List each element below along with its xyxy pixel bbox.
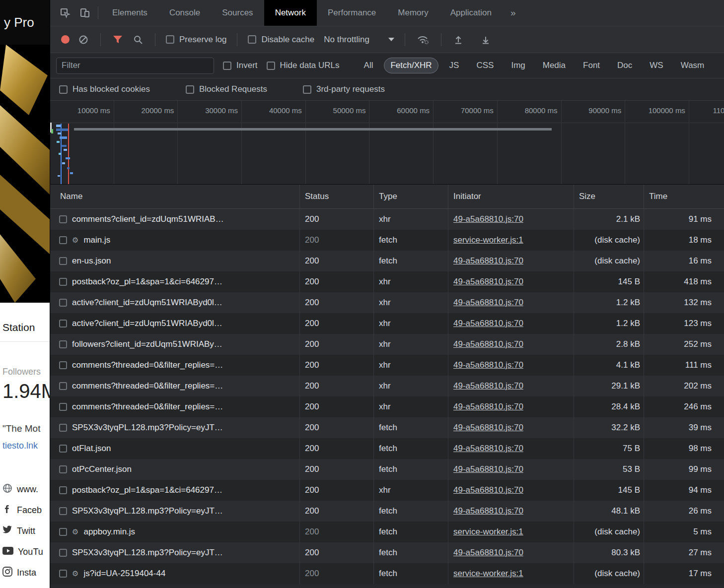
- inspect-icon[interactable]: [55, 0, 75, 26]
- preserve-log-checkbox[interactable]: Preserve log: [166, 35, 226, 45]
- initiator-link[interactable]: service-worker.js:1: [453, 527, 523, 537]
- link-youtube[interactable]: YouTu: [2, 546, 50, 557]
- initiator-link[interactable]: 49-a5a68810.js:70: [453, 256, 523, 266]
- header-name[interactable]: Name: [50, 185, 300, 208]
- table-row[interactable]: postback?oz_pl=1&spa=1&ci=646297… 200 xh…: [50, 480, 724, 501]
- initiator-link[interactable]: 49-a5a68810.js:70: [453, 548, 523, 558]
- network-conditions-icon[interactable]: [416, 34, 431, 45]
- row-checkbox[interactable]: [59, 236, 67, 244]
- name-cell[interactable]: postback?oz_pl=1&spa=1&ci=646297…: [50, 480, 300, 501]
- table-row[interactable]: followers?client_id=zdUqm51WRIABy… 200 x…: [50, 334, 724, 355]
- link-instagram[interactable]: Insta: [2, 567, 50, 578]
- row-checkbox[interactable]: [59, 320, 67, 327]
- link-website[interactable]: www.: [2, 484, 50, 495]
- initiator-link[interactable]: 49-a5a68810.js:70: [453, 464, 523, 474]
- row-checkbox[interactable]: [59, 278, 67, 286]
- name-cell[interactable]: SP5X3v3tyqPL.128.mp3?Policy=eyJT…: [50, 501, 300, 522]
- name-cell[interactable]: appboy.min.js: [50, 522, 300, 542]
- table-row[interactable]: otFlat.json 200 fetch 49-a5a68810.js:70 …: [50, 438, 724, 459]
- initiator-link[interactable]: 49-a5a68810.js:70: [453, 277, 523, 287]
- station-tab[interactable]: Station: [2, 322, 50, 333]
- devtools-tab[interactable]: Application: [439, 0, 503, 26]
- row-checkbox[interactable]: [59, 507, 67, 515]
- devtools-tab[interactable]: Memory: [387, 0, 439, 26]
- row-checkbox[interactable]: [59, 445, 67, 453]
- name-cell[interactable]: SP5X3v3tyqPL.128.mp3?Policy=eyJT…: [50, 417, 300, 438]
- table-row[interactable]: postback?oz_pl=1&spa=1&ci=646297… 200 xh…: [50, 271, 724, 292]
- initiator-link[interactable]: 49-a5a68810.js:70: [453, 381, 523, 391]
- table-row[interactable]: SP5X3v3tyqPL.128.mp3?Policy=eyJT… 200 fe…: [50, 501, 724, 522]
- promo-link[interactable]: tiesto.lnk: [2, 441, 50, 451]
- row-checkbox[interactable]: [59, 570, 67, 578]
- type-filter-pill[interactable]: Wasm: [674, 58, 711, 73]
- type-filter-pill[interactable]: JS: [443, 58, 466, 73]
- row-checkbox[interactable]: [59, 424, 67, 432]
- disable-cache-checkbox[interactable]: Disable cache: [248, 35, 314, 45]
- name-cell[interactable]: comments?client_id=zdUqm51WRIAB…: [50, 209, 300, 230]
- initiator-link[interactable]: 49-a5a68810.js:70: [453, 485, 523, 495]
- option-checkbox[interactable]: 3rd-party requests: [303, 84, 385, 94]
- type-filter-pill[interactable]: Fetch/XHR: [384, 58, 438, 73]
- import-har-icon[interactable]: [452, 35, 465, 45]
- name-cell[interactable]: postback?oz_pl=1&spa=1&ci=646297…: [50, 271, 300, 292]
- initiator-link[interactable]: 49-a5a68810.js:70: [453, 423, 523, 433]
- type-filter-pill[interactable]: CSS: [470, 58, 500, 73]
- name-cell[interactable]: comments?threaded=0&filter_replies=…: [50, 355, 300, 376]
- invert-checkbox[interactable]: Invert: [223, 61, 258, 70]
- row-checkbox[interactable]: [59, 361, 67, 369]
- devtools-tab[interactable]: Elements: [101, 0, 158, 26]
- type-filter-pill[interactable]: WS: [643, 58, 669, 73]
- network-overview[interactable]: 10000 ms20000 ms30000 ms40000 ms50000 ms…: [50, 101, 724, 185]
- name-cell[interactable]: js?id=UA-2519404-44: [50, 563, 300, 584]
- initiator-link[interactable]: 49-a5a68810.js:70: [453, 402, 523, 412]
- link-facebook[interactable]: Faceb: [2, 505, 50, 516]
- type-filter-pill[interactable]: Img: [505, 58, 531, 73]
- header-initiator[interactable]: Initiator: [448, 185, 574, 208]
- record-button[interactable]: [61, 35, 70, 44]
- initiator-link[interactable]: 49-a5a68810.js:70: [453, 506, 523, 516]
- initiator-link[interactable]: 49-a5a68810.js:70: [453, 444, 523, 454]
- filter-icon[interactable]: [111, 35, 124, 44]
- devtools-tab[interactable]: Performance: [317, 0, 387, 26]
- initiator-link[interactable]: service-worker.js:1: [453, 235, 523, 245]
- table-row[interactable]: en-us.json 200 fetch 49-a5a68810.js:70 (…: [50, 251, 724, 271]
- devtools-tab[interactable]: Network: [264, 0, 317, 26]
- initiator-link[interactable]: 49-a5a68810.js:70: [453, 360, 523, 370]
- table-row[interactable]: comments?threaded=0&filter_replies=… 200…: [50, 376, 724, 396]
- table-row[interactable]: js?id=UA-2519404-44 200 fetch service-wo…: [50, 563, 724, 584]
- table-row[interactable]: appboy.min.js 200 fetch service-worker.j…: [50, 522, 724, 542]
- type-filter-pill[interactable]: Doc: [611, 58, 639, 73]
- name-cell[interactable]: comments?threaded=0&filter_replies=…: [50, 376, 300, 396]
- filter-input[interactable]: [56, 58, 214, 74]
- table-row[interactable]: comments?client_id=zdUqm51WRIAB… 200 xhr…: [50, 209, 724, 230]
- row-checkbox[interactable]: [59, 549, 67, 557]
- header-size[interactable]: Size: [574, 185, 644, 208]
- row-checkbox[interactable]: [59, 215, 67, 223]
- table-row[interactable]: comments?threaded=0&filter_replies=… 200…: [50, 396, 724, 417]
- header-time[interactable]: Time: [644, 185, 724, 208]
- table-row[interactable]: otPcCenter.json 200 fetch 49-a5a68810.js…: [50, 459, 724, 480]
- devtools-tab[interactable]: Console: [158, 0, 211, 26]
- table-row[interactable]: SP5X3v3tyqPL.128.mp3?Policy=eyJT… 200 fe…: [50, 542, 724, 563]
- device-toolbar-icon[interactable]: [75, 0, 95, 26]
- type-filter-pill[interactable]: Media: [536, 58, 572, 73]
- more-tabs-button[interactable]: »: [503, 0, 524, 26]
- option-checkbox[interactable]: Has blocked cookies: [59, 84, 150, 94]
- type-filter-pill[interactable]: Font: [577, 58, 606, 73]
- table-row[interactable]: main.js 200 fetch service-worker.js:1 (d…: [50, 230, 724, 251]
- header-status[interactable]: Status: [300, 185, 374, 208]
- type-filter-pill[interactable]: All: [358, 58, 380, 73]
- table-row[interactable]: SP5X3v3tyqPL.128.mp3?Policy=eyJT… 200 fe…: [50, 417, 724, 438]
- option-checkbox[interactable]: Blocked Requests: [186, 84, 267, 94]
- row-checkbox[interactable]: [59, 465, 67, 473]
- initiator-link[interactable]: service-worker.js:1: [453, 569, 523, 579]
- name-cell[interactable]: otPcCenter.json: [50, 459, 300, 480]
- search-icon[interactable]: [132, 35, 145, 45]
- table-row[interactable]: active?client_id=zdUqm51WRIAByd0l… 200 x…: [50, 292, 724, 313]
- link-twitter[interactable]: Twitt: [2, 525, 50, 536]
- row-checkbox[interactable]: [59, 528, 67, 536]
- devtools-tab[interactable]: Sources: [211, 0, 264, 26]
- name-cell[interactable]: active?client_id=zdUqm51WRIAByd0l…: [50, 292, 300, 313]
- initiator-link[interactable]: 49-a5a68810.js:70: [453, 319, 523, 328]
- name-cell[interactable]: en-us.json: [50, 251, 300, 271]
